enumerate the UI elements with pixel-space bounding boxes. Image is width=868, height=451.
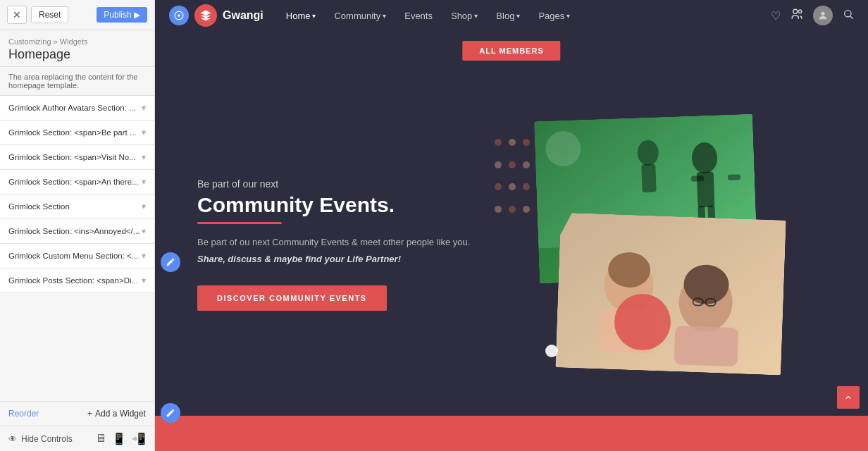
- events-title: Community Events.: [197, 192, 512, 218]
- widget-list: Grimlock Author Avatars Section: ... ▾ G…: [0, 96, 154, 401]
- svg-rect-29: [555, 212, 786, 375]
- reset-button[interactable]: Reset: [31, 6, 68, 23]
- panel-footer: Reorder + Add a Widget: [0, 401, 154, 426]
- events-title-bold: Community Events.: [197, 193, 395, 216]
- scroll-to-top-button[interactable]: [837, 386, 860, 409]
- eye-icon: 👁: [8, 434, 17, 444]
- view-icons: 🖥 📱 📲: [95, 432, 146, 445]
- publish-button[interactable]: Publish ▶: [97, 7, 147, 23]
- dot: [495, 139, 502, 146]
- mobile-view-icon[interactable]: 📲: [132, 432, 146, 445]
- widget-label: Grimlock Section: <span>Visit No...: [8, 153, 136, 161]
- events-section: Be part of our next Community Events. Be…: [155, 73, 868, 416]
- nav-link-events[interactable]: Events: [396, 6, 441, 25]
- chevron-down-icon: ▾: [516, 12, 520, 20]
- widget-item[interactable]: Grimlock Section: <span>Be part ... ▾: [0, 121, 154, 145]
- nav-link-shop-label: Shop: [451, 11, 472, 21]
- chevron-down-icon: ▾: [142, 226, 146, 236]
- nav-link-home-label: Home: [286, 11, 311, 21]
- event-photo-2: [555, 212, 786, 375]
- white-dot-decoration: [545, 345, 558, 357]
- chevron-down-icon: ▾: [142, 202, 146, 211]
- navbar: Gwangi Home ▾ Community ▾ Events Shop ▾ …: [155, 0, 868, 31]
- heart-icon[interactable]: ♡: [771, 9, 781, 23]
- section-edit-pencil-icon[interactable]: [161, 252, 180, 272]
- nav-edit-icon[interactable]: [169, 6, 189, 25]
- chevron-down-icon: ▾: [142, 276, 146, 285]
- widget-item[interactable]: Grimlock Author Avatars Section: ... ▾: [0, 96, 154, 121]
- widget-label: Grimlock Section: <ins>Annoyed</...: [8, 227, 140, 235]
- dot: [509, 206, 516, 213]
- widget-item[interactable]: Grimlock Section: <ins>Annoyed</... ▾: [0, 219, 154, 244]
- reorder-link[interactable]: Reorder: [8, 409, 39, 419]
- widget-item[interactable]: Grimlock Section: <span>An there... ▾: [0, 170, 154, 194]
- site-name: Gwangi: [223, 9, 264, 22]
- chevron-down-icon: ▾: [142, 152, 146, 162]
- svg-point-2: [793, 9, 798, 13]
- widget-label: Grimlock Author Avatars Section: ...: [8, 104, 136, 112]
- info-text: The area replacing the content for the h…: [0, 67, 154, 96]
- plus-icon: +: [87, 409, 92, 419]
- chevron-down-icon: ▾: [142, 177, 146, 187]
- svg-point-3: [798, 10, 802, 13]
- dot: [509, 183, 516, 190]
- tablet-view-icon[interactable]: 📱: [112, 432, 126, 445]
- chevron-down-icon: ▾: [566, 12, 570, 20]
- search-icon[interactable]: [843, 8, 854, 23]
- svg-point-4: [821, 12, 824, 16]
- site-logo: [194, 4, 217, 27]
- chevron-down-icon: ▾: [383, 12, 386, 20]
- nav-link-blog-label: Blog: [496, 11, 514, 21]
- widget-item[interactable]: Grimlock Custom Menu Section: <... ▾: [0, 244, 154, 268]
- hide-controls-toggle[interactable]: 👁 Hide Controls: [8, 434, 73, 444]
- content-area: ALL MEMBERS Be part of our next Communit…: [155, 31, 868, 451]
- dot: [523, 206, 530, 213]
- dot: [495, 206, 502, 213]
- svg-point-5: [845, 11, 851, 17]
- avatar[interactable]: [813, 6, 833, 25]
- add-widget-label: Add a Widget: [95, 409, 146, 419]
- page-title: Homepage: [8, 47, 146, 62]
- desktop-view-icon[interactable]: 🖥: [95, 432, 106, 445]
- events-subtitle: Be part of our next: [197, 178, 512, 190]
- events-right: [512, 111, 826, 378]
- left-panel: ✕ Reset Publish ▶ Customizing » Widgets …: [0, 0, 155, 451]
- widget-label: Grimlock Section: [8, 202, 70, 211]
- add-widget-button[interactable]: + Add a Widget: [87, 409, 146, 419]
- widget-item[interactable]: Grimlock Section ▾: [0, 194, 154, 219]
- section-edit-pencil-bottom-icon[interactable]: [161, 403, 180, 423]
- breadcrumb-area: Customizing » Widgets Homepage: [0, 30, 154, 67]
- discover-events-button[interactable]: DISCOVER COMMUNITY EVENTS: [197, 285, 387, 311]
- navbar-logo-area: Gwangi: [194, 4, 264, 27]
- chevron-down-icon: ▾: [142, 103, 146, 113]
- nav-link-pages[interactable]: Pages ▾: [530, 6, 578, 25]
- main-area: Gwangi Home ▾ Community ▾ Events Shop ▾ …: [155, 0, 868, 451]
- nav-links: Home ▾ Community ▾ Events Shop ▾ Blog ▾ …: [278, 6, 771, 25]
- svg-line-6: [850, 16, 853, 19]
- dot: [509, 139, 516, 146]
- dot: [495, 161, 502, 168]
- nav-link-community[interactable]: Community ▾: [326, 6, 395, 25]
- nav-link-blog[interactable]: Blog ▾: [488, 6, 528, 25]
- dot: [523, 161, 530, 168]
- nav-link-pages-label: Pages: [538, 11, 564, 21]
- close-button[interactable]: ✕: [7, 6, 27, 24]
- members-icon[interactable]: [790, 8, 803, 23]
- widget-item[interactable]: Grimlock Posts Section: <span>Di... ▾: [0, 268, 154, 293]
- widget-label: Grimlock Section: <span>An there...: [8, 178, 139, 186]
- panel-toolbar: ✕ Reset Publish ▶: [0, 0, 154, 30]
- svg-point-1: [178, 14, 180, 17]
- nav-link-home[interactable]: Home ▾: [278, 6, 325, 25]
- hide-controls-label: Hide Controls: [21, 434, 73, 444]
- all-members-button[interactable]: ALL MEMBERS: [462, 41, 560, 61]
- chevron-down-icon: ▾: [142, 128, 146, 137]
- dot: [523, 139, 530, 146]
- nav-link-community-label: Community: [334, 11, 380, 21]
- widget-item[interactable]: Grimlock Section: <span>Visit No... ▾: [0, 145, 154, 170]
- dot: [495, 183, 502, 190]
- widget-label: Grimlock Custom Menu Section: <...: [8, 252, 138, 260]
- widget-label: Grimlock Section: <span>Be part ...: [8, 128, 137, 137]
- chevron-down-icon: ▾: [312, 12, 316, 20]
- nav-link-shop[interactable]: Shop ▾: [442, 6, 486, 25]
- svg-rect-15: [641, 164, 656, 193]
